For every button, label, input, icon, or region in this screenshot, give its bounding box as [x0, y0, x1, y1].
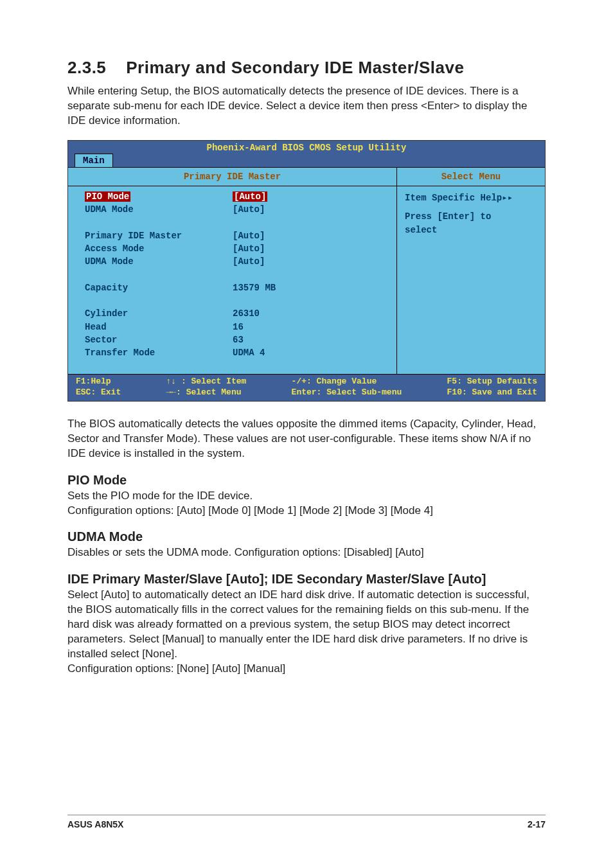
- bios-right-heading: Select Menu: [397, 168, 545, 186]
- help-line: select: [405, 224, 537, 237]
- bios-settings-list: PIO Mode[Auto]UDMA Mode[Auto] Primary ID…: [68, 186, 396, 374]
- bios-setting-value: [Auto]: [233, 242, 386, 255]
- udma-mode-desc: Disables or sets the UDMA mode. Configur…: [67, 545, 546, 560]
- bios-tab-row: Main: [68, 154, 545, 167]
- bios-setting-value: 63: [233, 333, 386, 346]
- help-line: Press [Enter] to: [405, 210, 537, 224]
- bios-utility-title: Phoenix-Award BIOS CMOS Setup Utility: [68, 141, 545, 154]
- bios-setting-label: Head: [85, 321, 233, 333]
- bios-setting-value: [Auto]: [233, 203, 386, 216]
- bios-setting-row: [85, 269, 386, 281]
- bios-tab-main[interactable]: Main: [75, 154, 113, 167]
- bios-setting-label: Transfer Mode: [85, 346, 233, 359]
- help-line: Item Specific Help▸▸: [405, 191, 537, 205]
- footer-key: F1:Help: [76, 376, 111, 386]
- section-title: Primary and Secondary IDE Master/Slave: [126, 58, 464, 77]
- bios-left-heading: Primary IDE Master: [68, 168, 396, 186]
- ide-auto-heading: IDE Primary Master/Slave [Auto]; IDE Sec…: [67, 572, 546, 587]
- bios-setting-row: [85, 294, 386, 307]
- after-bios-paragraph: The BIOS automatically detects the value…: [67, 417, 546, 461]
- bios-setting-row[interactable]: Cylinder26310: [85, 307, 386, 320]
- bios-setting-value: 13579 MB: [233, 281, 386, 294]
- bios-setting-row[interactable]: Head 16: [85, 321, 386, 333]
- footer-key: F10: Save and Exit: [447, 387, 537, 397]
- bios-screenshot: Phoenix-Award BIOS CMOS Setup Utility Ma…: [67, 140, 546, 402]
- footer-key: →←: Select Menu: [166, 387, 242, 397]
- pio-mode-heading: PIO Mode: [67, 473, 546, 488]
- bios-setting-row[interactable]: Capacity13579 MB: [85, 281, 386, 294]
- bios-setting-row[interactable]: UDMA Mode[Auto]: [85, 203, 386, 216]
- bios-setting-row[interactable]: Primary IDE Master[Auto]: [85, 229, 386, 242]
- bios-setting-row: [85, 216, 386, 229]
- bios-setting-row[interactable]: Transfer ModeUDMA 4: [85, 346, 386, 359]
- bios-setting-label: Cylinder: [85, 307, 233, 320]
- bios-setting-label: UDMA Mode: [85, 203, 233, 216]
- bios-footer: F1:Help ESC: Exit ↑↓ : Select Item →←: S…: [68, 375, 545, 401]
- bios-setting-value: [Auto]: [233, 190, 386, 203]
- bios-setting-value: [Auto]: [233, 255, 386, 268]
- bios-setting-value: [Auto]: [233, 229, 386, 242]
- footer-key: F5: Setup Defaults: [447, 376, 537, 386]
- footer-key: Enter: Select Sub-menu: [292, 387, 402, 397]
- bios-setting-value: 16: [233, 321, 386, 333]
- bios-setting-label: PIO Mode: [85, 190, 233, 203]
- footer-key: -/+: Change Value: [292, 376, 377, 386]
- bios-setting-label: Access Mode: [85, 242, 233, 255]
- ide-auto-body: Select [Auto] to automatically detect an…: [67, 588, 546, 662]
- ide-auto-config: Configuration options: [None] [Auto] [Ma…: [67, 662, 546, 677]
- bios-setting-row[interactable]: Access Mode[Auto]: [85, 242, 386, 255]
- udma-mode-heading: UDMA Mode: [67, 529, 546, 544]
- bios-setting-row[interactable]: PIO Mode[Auto]: [85, 190, 386, 203]
- bios-setting-value: 26310: [233, 307, 386, 320]
- pio-mode-desc: Sets the PIO mode for the IDE device.: [67, 489, 546, 504]
- bios-setting-row[interactable]: Sector 63: [85, 333, 386, 346]
- bios-setting-label: Primary IDE Master: [85, 229, 233, 242]
- pio-mode-config: Configuration options: [Auto] [Mode 0] […: [67, 504, 546, 518]
- footer-key: ESC: Exit: [76, 387, 121, 397]
- bios-setting-label: Capacity: [85, 281, 233, 294]
- bios-setting-value: UDMA 4: [233, 346, 386, 359]
- bios-setting-label: UDMA Mode: [85, 255, 233, 268]
- bios-setting-label: Sector: [85, 333, 233, 346]
- section-heading: 2.3.5 Primary and Secondary IDE Master/S…: [67, 58, 546, 78]
- footer-page-number: 2-17: [528, 819, 546, 829]
- section-number: 2.3.5: [67, 58, 106, 77]
- footer-key: ↑↓ : Select Item: [166, 376, 247, 386]
- bios-setting-row[interactable]: UDMA Mode[Auto]: [85, 255, 386, 268]
- intro-paragraph: While entering Setup, the BIOS automatic…: [67, 84, 546, 128]
- page-footer: ASUS A8N5X 2-17: [67, 815, 546, 829]
- footer-product: ASUS A8N5X: [67, 819, 123, 829]
- bios-help-panel: Item Specific Help▸▸ Press [Enter] to se…: [397, 186, 545, 242]
